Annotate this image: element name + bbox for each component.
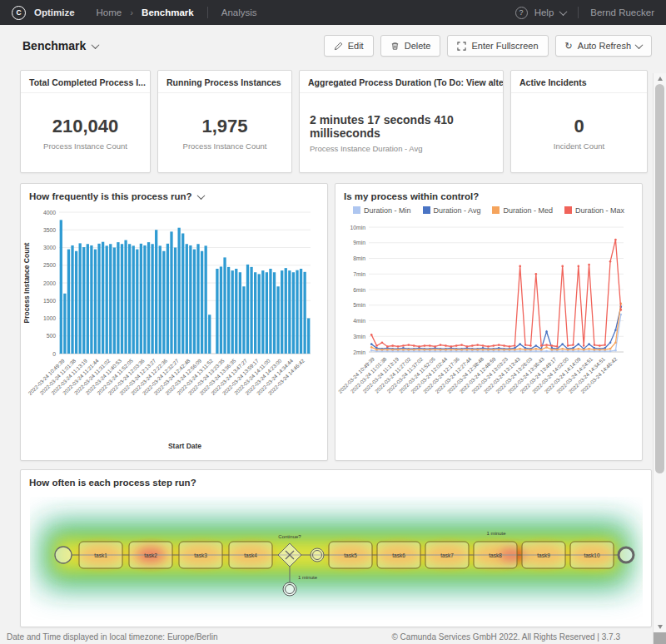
kpi-card-running-instances[interactable]: Running Process Instances 1,975 Process … [157,70,292,173]
report-body: 0 Incident Count [511,93,647,172]
edit-button-label: Edit [348,41,364,51]
scroll-down-arrow[interactable] [654,622,666,632]
svg-text:9min: 9min [353,240,365,245]
kpi-card-aggregated-duration[interactable]: Aggregated Process Duration (To Do: View… [299,70,504,173]
scrollbar-thumb[interactable] [655,84,664,473]
fullscreen-icon [457,42,466,51]
charts-row: How frequently is this process run? 0500… [20,183,652,461]
report-body: 1,975 Process Instance Count [158,93,291,172]
svg-text:3500: 3500 [43,227,56,233]
frequency-bar-chart[interactable]: 050010001500200025003000350040002022-03-… [21,204,317,453]
page-title: Benchmark [22,39,86,52]
scroll-up-arrow[interactable] [654,73,666,83]
svg-text:task2: task2 [144,552,157,558]
legend-swatch [564,206,572,214]
top-navigation-bar: C Optimize Home › Benchmark Analysis ? H… [0,0,666,25]
kpi-row: Total Completed Process I... 210,040 Pro… [20,70,652,173]
chevron-down-icon [92,41,100,49]
edit-button[interactable]: Edit [324,35,374,57]
kpi-card-completed-instances[interactable]: Total Completed Process I... 210,040 Pro… [20,70,151,173]
svg-text:task9: task9 [537,552,550,558]
kpi-value: 0 [574,116,584,137]
svg-text:2000: 2000 [43,280,56,286]
kpi-label: Process Instance Count [43,141,127,151]
svg-text:0: 0 [52,351,56,357]
svg-text:task1: task1 [94,552,107,558]
legend-item[interactable]: Duration - Med [492,206,553,215]
kpi-value: 1,975 [201,116,247,137]
delete-button[interactable]: Delete [380,35,441,57]
legend-swatch [423,206,430,214]
report-title[interactable]: Total Completed Process I... [21,71,150,93]
nav-analysis[interactable]: Analysis [221,7,257,17]
footer: Date and Time displayed in local timezon… [7,632,620,642]
svg-text:10min: 10min [350,225,365,230]
legend-swatch [353,206,360,214]
svg-text:4min: 4min [353,318,365,324]
trash-icon [390,42,400,51]
chevron-down-icon [635,41,644,49]
report-body: 210,040 Process Instance Count [21,93,150,172]
report-title-dropdown[interactable]: How frequently is this process run? [21,184,327,204]
kpi-value: 2 minutes 17 seconds 410 milliseconds [310,113,493,140]
svg-text:task5: task5 [344,552,357,558]
scrollbar-corner [654,632,666,644]
auto-refresh-label: Auto Refresh [578,41,631,51]
optimize-logo-icon: C [12,6,26,20]
svg-text:1000: 1000 [43,315,56,321]
timezone-note: Date and Time displayed in local timezon… [7,632,217,642]
enter-fullscreen-button[interactable]: Enter Fullscreen [447,35,548,57]
bpmn-heatmap-diagram[interactable]: task1task2task3task4task5task6task7task8… [30,497,643,620]
svg-text:task8: task8 [489,552,502,558]
duration-line-chart[interactable]: 2min3min4min5min6min7min8min9min10min202… [335,217,632,452]
chart-legend[interactable]: Duration - MinDuration - AvgDuration - M… [335,204,642,217]
report-title-text: Is my process within control? [344,191,479,201]
kpi-label: Process Instance Count [183,141,267,151]
copyright-note: © Camunda Services GmbH 2022. All Rights… [391,632,620,642]
svg-text:task10: task10 [584,552,600,558]
svg-text:task6: task6 [392,552,405,558]
svg-text:8min: 8min [353,255,365,261]
user-menu[interactable]: Bernd Ruecker [590,7,654,17]
chevron-down-icon [559,7,568,16]
nav-divider [207,7,208,18]
delete-button-label: Delete [405,41,431,51]
report-title[interactable]: Active Incidents [511,71,647,93]
legend-swatch [492,206,500,214]
dashboard-title-dropdown[interactable]: Benchmark [22,39,98,52]
frequency-report-card: How frequently is this process run? 0500… [20,183,328,461]
report-title[interactable]: Is my process within control? [335,184,642,204]
vertical-scrollbar[interactable] [653,73,666,644]
help-menu[interactable]: Help [534,7,554,17]
report-title[interactable]: Running Process Instances [158,71,291,93]
breadcrumb-separator: › [130,7,133,17]
report-title: How frequently is this process run? [29,191,192,201]
svg-text:1 minute: 1 minute [486,531,506,536]
report-title[interactable]: How often is each process step run? [21,470,651,490]
legend-item[interactable]: Duration - Max [564,206,624,215]
svg-text:1500: 1500 [43,298,56,304]
svg-text:5min: 5min [353,302,365,308]
heatmap-body: task1task2task3task4task5task6task7task8… [21,490,651,627]
svg-text:7min: 7min [353,271,365,277]
kpi-card-active-incidents[interactable]: Active Incidents 0 Incident Count [510,70,648,173]
svg-text:task7: task7 [440,552,454,558]
legend-item[interactable]: Duration - Avg [423,206,481,215]
app-name: Optimize [34,7,75,17]
report-title[interactable]: Aggregated Process Duration (To Do: View… [300,71,503,93]
svg-text:4000: 4000 [43,210,56,215]
svg-text:2500: 2500 [43,262,56,268]
control-report-card: Is my process within control? Duration -… [335,183,643,461]
svg-text:6min: 6min [353,287,365,293]
dashboard-header: Benchmark Edit Delete Enter Fullscreen ↻… [0,25,666,62]
svg-text:Start Date: Start Date [168,442,201,450]
svg-text:Process Instance Count: Process Instance Count [22,242,31,323]
kpi-label: Process Instance Duration - Avg [310,144,423,153]
auto-refresh-button[interactable]: ↻ Auto Refresh [555,35,652,57]
svg-text:Continue?: Continue? [278,534,301,539]
svg-text:task3: task3 [194,552,207,558]
legend-item[interactable]: Duration - Min [353,206,411,215]
report-title-text: How often is each process step run? [29,478,196,488]
refresh-icon: ↻ [565,41,573,52]
breadcrumb-home[interactable]: Home [97,7,122,17]
